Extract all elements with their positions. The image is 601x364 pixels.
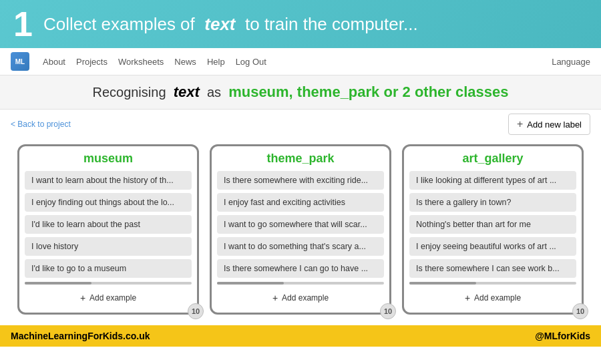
add-example-button-museum[interactable]: + Add example [25,289,192,307]
card-art-gallery: art_gallery I like looking at different … [402,144,584,315]
art-gallery-badge: 10 [572,303,588,319]
footer-right: @MLforKids [535,331,590,341]
header-banner: 1 Collect examples of text to train the … [0,0,601,48]
list-item: I want to go somewhere that will scar... [217,215,384,234]
logo: ML [11,52,29,71]
list-item: Is there somewhere I can see work b... [409,259,576,278]
banner-prefix: Collect examples of [43,14,195,34]
theme-park-badge: 10 [380,303,396,319]
banner-number: 1 [13,7,33,41]
card-theme-park-title: theme_park [217,152,384,166]
plus-icon: + [272,293,278,303]
list-item: I enjoy seeing beautiful works of art ..… [409,237,576,256]
card-art-gallery-title: art_gallery [409,152,576,166]
list-item: I enjoy finding out things about the lo.… [25,193,192,212]
card-scrollbar [25,282,192,285]
add-label-text: Add new label [527,120,582,130]
add-example-button-theme-park[interactable]: + Add example [217,289,384,307]
list-item: I'd like to learn about the past [25,215,192,234]
footer: MachineLearningForKids.co.uk @MLforKids [0,325,601,347]
list-item: I love history [25,237,192,256]
cards-container: museum I want to learn about the history… [11,144,590,315]
main-content: museum I want to learn about the history… [0,139,601,320]
back-link[interactable]: < Back to project [11,120,71,129]
list-item: I like looking at different types of art… [409,171,576,190]
footer-left: MachineLearningForKids.co.uk [11,331,150,341]
banner-suffix: to train the computer... [245,14,418,34]
add-example-label: Add example [282,293,329,303]
card-museum: museum I want to learn about the history… [17,144,199,315]
plus-icon: + [80,293,85,303]
list-item: I'd like to go to a museum [25,259,192,278]
subheader-prefix: Recognising [92,85,166,100]
subheader-classes: museum, theme_park or 2 other classes [228,83,508,100]
nav-help[interactable]: Help [207,57,225,67]
card-museum-title: museum [25,152,192,166]
card-theme-park: theme_park Is there somewhere with excit… [210,144,391,315]
card-scrollbar [409,282,576,285]
subheader: Recognising text as museum, theme_park o… [0,75,601,110]
card-museum-items: I want to learn about the history of th.… [25,171,192,278]
plus-icon: + [465,293,470,303]
nav-news[interactable]: News [174,57,196,67]
list-item: I want to learn about the history of th.… [25,171,192,190]
card-art-gallery-items: I like looking at different types of art… [409,171,576,278]
add-label-button[interactable]: + Add new label [508,114,590,135]
nav-logout[interactable]: Log Out [236,57,266,67]
banner-text: Collect examples of text to train the co… [43,14,418,35]
navbar: ML About Projects Worksheets News Help L… [0,48,601,75]
subheader-as: as [207,85,221,100]
list-item: Nothing's better than art for me [409,215,576,234]
add-example-label: Add example [89,293,136,303]
list-item: I enjoy fast and exciting activities [217,193,384,212]
nav-about[interactable]: About [43,57,65,67]
navbar-items: About Projects Worksheets News Help Log … [43,57,538,67]
subheader-bold-word: text [174,83,200,100]
plus-icon: + [517,118,523,130]
list-item: Is there somewhere with exciting ride... [217,171,384,190]
add-example-button-art-gallery[interactable]: + Add example [409,289,576,307]
nav-worksheets[interactable]: Worksheets [118,57,164,67]
top-actions: < Back to project + Add new label [0,110,601,139]
list-item: Is there a gallery in town? [409,193,576,212]
card-scrollbar [217,282,384,285]
card-theme-park-items: Is there somewhere with exciting ride...… [217,171,384,278]
list-item: I want to do something that's scary a... [217,237,384,256]
nav-language[interactable]: Language [552,57,590,67]
museum-badge: 10 [188,303,204,319]
banner-bold-word: text [204,14,235,34]
nav-projects[interactable]: Projects [76,57,108,67]
list-item: Is there somewhere I can go to have ... [217,259,384,278]
add-example-label: Add example [474,293,521,303]
